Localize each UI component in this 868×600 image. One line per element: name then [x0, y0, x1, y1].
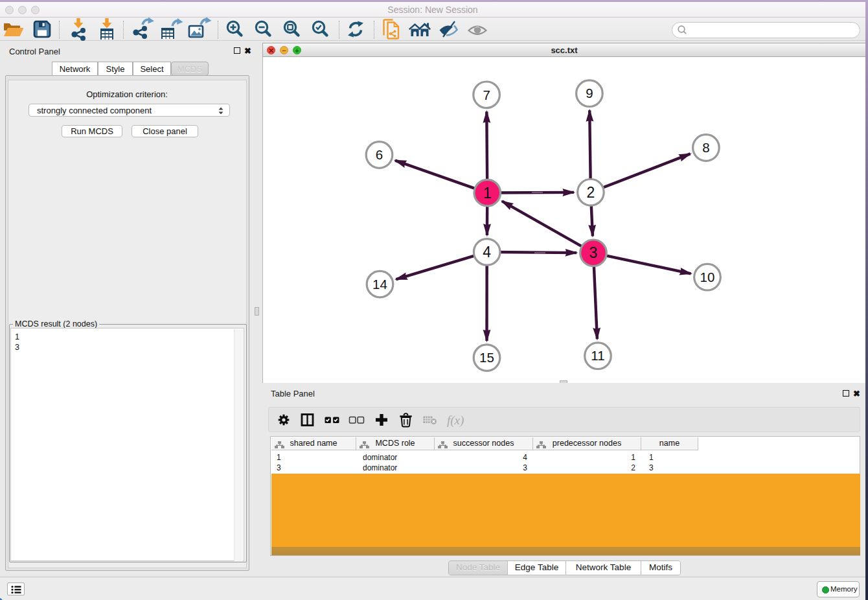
svg-text:11: 11 [591, 348, 604, 363]
svg-text:9: 9 [586, 86, 593, 100]
svg-text:4: 4 [483, 244, 491, 260]
svg-text:10: 10 [700, 270, 715, 284]
svg-text:1: 1 [483, 185, 492, 202]
svg-text:6: 6 [376, 147, 383, 162]
svg-text:2: 2 [587, 184, 595, 201]
svg-text:15: 15 [479, 350, 494, 365]
svg-text:3: 3 [589, 244, 598, 261]
svg-text:8: 8 [702, 140, 709, 155]
svg-text:7: 7 [483, 87, 490, 102]
svg-text:f(x): f(x) [447, 413, 464, 428]
svg-text:14: 14 [372, 277, 387, 292]
